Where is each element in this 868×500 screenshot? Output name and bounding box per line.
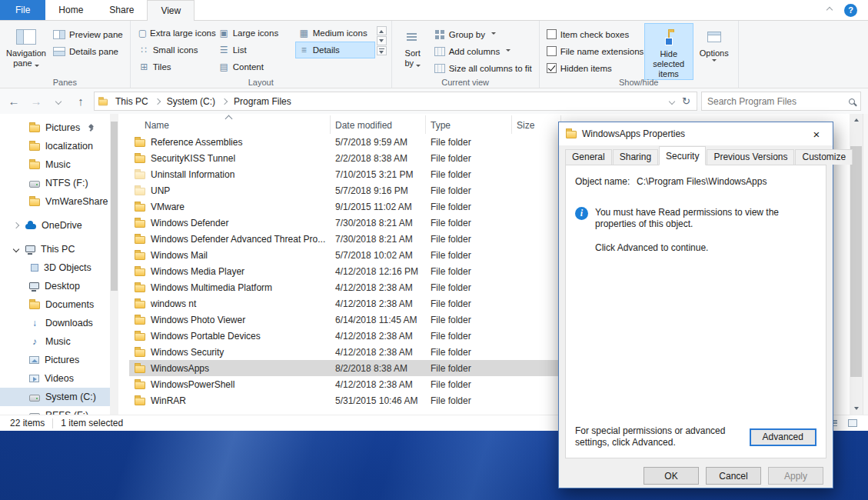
nav-item-downloads[interactable]: ↓ Downloads: [0, 314, 118, 332]
search-input[interactable]: [707, 96, 849, 107]
tab-home[interactable]: Home: [45, 0, 96, 20]
layout-large-icons[interactable]: ▣Large icons: [215, 25, 295, 42]
nav-item-videos[interactable]: Videos: [0, 369, 118, 388]
column-header-size[interactable]: Size: [512, 115, 561, 134]
scrollbar-thumb[interactable]: [111, 122, 118, 291]
layout-extra-large-icons[interactable]: ▢Extra large icons: [135, 25, 215, 42]
file-row[interactable]: UNP 5/7/2018 9:16 PM File folder: [129, 182, 561, 198]
checkbox-icon[interactable]: [547, 46, 557, 56]
checkbox-icon[interactable]: [547, 29, 557, 39]
column-header-type[interactable]: Type: [426, 115, 512, 134]
file-row[interactable]: Windows Photo Viewer 6/14/2018 11:45 AM …: [129, 312, 561, 328]
gallery-scroll-down-icon[interactable]: [377, 36, 387, 45]
preview-pane-button[interactable]: Preview pane: [49, 26, 127, 42]
gallery-more-icon[interactable]: [377, 46, 387, 55]
hidden-items-checkbox[interactable]: Hidden items: [543, 60, 644, 76]
add-columns-button[interactable]: Add columns: [431, 43, 536, 59]
checkbox-checked-icon[interactable]: [547, 63, 557, 73]
details-pane-button[interactable]: Details pane: [49, 43, 127, 59]
expander-icon[interactable]: [12, 247, 20, 252]
hide-selected-items-button[interactable]: Hide selected items: [644, 23, 693, 80]
file-row[interactable]: WindowsPowerShell 4/12/2018 2:38 AM File…: [129, 376, 561, 392]
cancel-button[interactable]: Cancel: [706, 467, 761, 485]
sort-by-button[interactable]: Sort by: [395, 23, 431, 68]
item-check-boxes-checkbox[interactable]: Item check boxes: [543, 26, 644, 42]
file-row[interactable]: Windows Media Player 4/12/2018 12:16 PM …: [129, 263, 561, 279]
back-button[interactable]: ←: [5, 92, 23, 111]
tab-share[interactable]: Share: [96, 0, 147, 20]
file-row[interactable]: WindowsApps 8/2/2018 8:38 AM File folder: [129, 360, 561, 376]
breadcrumb-system-c[interactable]: System (C:): [165, 96, 217, 107]
nav-item-this-pc[interactable]: This PC: [0, 240, 118, 258]
scrollbar-thumb[interactable]: [850, 146, 862, 377]
refresh-icon[interactable]: ↻: [682, 95, 690, 107]
tab-general[interactable]: General: [565, 149, 612, 165]
options-button[interactable]: Options: [693, 23, 735, 64]
tab-customize[interactable]: Customize: [795, 149, 853, 165]
scroll-up-icon[interactable]: [850, 114, 863, 125]
file-row[interactable]: Windows Defender 7/30/2018 8:21 AM File …: [129, 215, 561, 231]
help-icon[interactable]: ?: [844, 4, 857, 17]
forward-button[interactable]: →: [27, 92, 45, 111]
address-breadcrumb[interactable]: This PC System (C:) Program Files ↻: [94, 92, 697, 111]
breadcrumb-separator-icon[interactable]: [154, 98, 160, 104]
apply-button[interactable]: Apply: [768, 467, 823, 485]
advanced-button[interactable]: Advanced: [750, 428, 816, 446]
column-header-date-modified[interactable]: Date modified: [331, 115, 426, 134]
dialog-titlebar[interactable]: WindowsApps Properties ×: [559, 122, 833, 145]
nav-item-vmwareshare[interactable]: VmWareShare: [0, 192, 118, 211]
file-row[interactable]: Windows Defender Advanced Threat Pro... …: [129, 231, 561, 247]
address-dropdown-icon[interactable]: [669, 98, 675, 104]
file-row[interactable]: Windows Security 4/12/2018 2:38 AM File …: [129, 344, 561, 360]
file-row[interactable]: Windows Mail 5/7/2018 10:02 AM File fold…: [129, 247, 561, 263]
nav-item-pictures[interactable]: Pictures: [0, 351, 118, 369]
layout-content[interactable]: ▤Content: [215, 58, 295, 75]
breadcrumb-program-files[interactable]: Program Files: [232, 96, 293, 107]
layout-tiles[interactable]: ⊞Tiles: [135, 58, 215, 75]
file-row[interactable]: Windows Portable Devices 4/12/2018 2:38 …: [129, 328, 561, 344]
size-all-columns-button[interactable]: Size all columns to fit: [431, 60, 536, 76]
nav-item-documents[interactable]: Documents: [0, 295, 118, 314]
nav-item-music[interactable]: ♪ Music: [0, 332, 118, 351]
navigation-pane-button[interactable]: Navigation pane: [3, 23, 49, 68]
nav-item-ntfs-drive[interactable]: NTFS (F:): [0, 174, 118, 192]
expander-icon[interactable]: [12, 223, 20, 228]
nav-item-desktop[interactable]: Desktop: [0, 277, 118, 295]
file-row[interactable]: VMware 9/1/2015 11:02 AM File folder: [129, 198, 561, 215]
nav-item-pictures-quick[interactable]: Pictures: [0, 118, 118, 137]
scroll-down-icon[interactable]: [850, 403, 863, 415]
ok-button[interactable]: OK: [644, 467, 699, 485]
layout-list[interactable]: ☰List: [215, 42, 295, 58]
file-row[interactable]: windows nt 4/12/2018 2:38 AM File folder: [129, 295, 561, 312]
file-row[interactable]: WinRAR 5/31/2015 10:46 AM File folder: [129, 392, 561, 408]
minimize-ribbon-icon[interactable]: [826, 7, 833, 13]
group-by-button[interactable]: Group by: [431, 26, 536, 42]
nav-item-refs-drive[interactable]: REFS (F:): [0, 406, 118, 415]
breadcrumb-separator-icon[interactable]: [221, 98, 228, 104]
layout-medium-icons[interactable]: ▦Medium icons: [295, 25, 375, 42]
layout-details[interactable]: ≡Details: [295, 42, 375, 58]
file-row[interactable]: SecurityKISS Tunnel 2/2/2018 8:38 AM Fil…: [129, 150, 561, 166]
breadcrumb-this-pc[interactable]: This PC: [114, 96, 150, 107]
nav-item-music-quick[interactable]: Music: [0, 155, 118, 174]
file-name-extensions-checkbox[interactable]: File name extensions: [543, 43, 644, 59]
nav-item-localization[interactable]: localization: [0, 137, 118, 155]
file-row[interactable]: Uninstall Information 7/10/2015 3:21 PM …: [129, 166, 561, 182]
tab-file[interactable]: File: [0, 0, 45, 20]
search-box[interactable]: [701, 92, 861, 111]
layout-small-icons[interactable]: ∷Small icons: [135, 42, 215, 58]
nav-item-system-c[interactable]: System (C:): [0, 388, 118, 406]
up-button[interactable]: ↑: [72, 92, 90, 111]
tab-security[interactable]: Security: [659, 146, 706, 165]
close-button[interactable]: ×: [800, 122, 833, 145]
tab-previous-versions[interactable]: Previous Versions: [707, 149, 794, 165]
file-row[interactable]: Reference Assemblies 5/7/2018 9:59 AM Fi…: [129, 134, 561, 150]
gallery-scroll-up-icon[interactable]: [377, 26, 387, 35]
file-row[interactable]: Windows Multimedia Platform 4/12/2018 2:…: [129, 279, 561, 295]
recent-locations-icon[interactable]: [49, 92, 68, 111]
nav-item-onedrive[interactable]: OneDrive: [0, 216, 118, 235]
nav-pane-scrollbar[interactable]: [110, 114, 118, 415]
large-icons-view-toggle[interactable]: [845, 417, 860, 429]
tab-sharing[interactable]: Sharing: [613, 149, 658, 165]
tab-view[interactable]: View: [147, 0, 195, 21]
